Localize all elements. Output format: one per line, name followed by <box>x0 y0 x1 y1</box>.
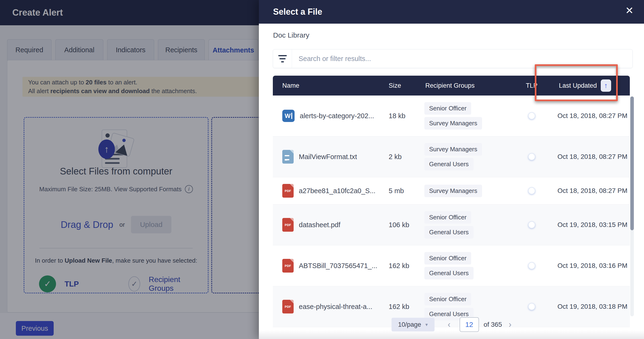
pdf-file-icon: PDF <box>282 259 294 272</box>
page-size-select[interactable]: 10/page ▾ <box>392 318 434 332</box>
file-name: ease-physical-threat-a... <box>299 303 372 311</box>
sort-arrow-icon: ↑ <box>604 82 608 90</box>
recipient-groups: Senior OfficerGeneral Users <box>416 293 514 320</box>
last-updated: Oct 18, 2018, 08:27 PM <box>550 153 630 160</box>
recipient-group-tag: General Users <box>424 267 474 280</box>
column-name[interactable]: Name <box>273 82 379 89</box>
file-name: ABTSBill_7037565471_... <box>299 262 377 270</box>
modal-title: Select a File <box>273 0 322 24</box>
last-updated: Oct 19, 2018, 03:15 PM <box>550 221 630 228</box>
file-table: Name Size Recipient Groups TLP Last Upda… <box>273 76 630 327</box>
search-bar <box>273 49 633 68</box>
scrollbar-thumb[interactable] <box>630 96 634 230</box>
recipient-groups: Survey ManagersGeneral Users <box>416 143 514 170</box>
recipient-group-tag: General Users <box>424 158 474 170</box>
recipient-group-tag: Survey Managers <box>424 117 482 130</box>
sort-ascending-button[interactable]: ↑ <box>601 80 611 92</box>
recipient-groups: Senior OfficerGeneral Users <box>416 252 514 280</box>
file-size: 162 kb <box>379 262 416 270</box>
recipient-groups: Senior OfficerGeneral Users <box>416 211 514 238</box>
table-row[interactable]: Walerts-by-category-202...18 kbSenior Of… <box>273 96 630 136</box>
file-name: datasheet.pdf <box>299 221 340 229</box>
tlp-radio-icon[interactable] <box>528 153 535 160</box>
last-updated: Oct 18, 2018, 08:27 PM <box>550 112 630 120</box>
file-size: 18 kb <box>379 112 416 120</box>
chevron-down-icon: ▾ <box>425 322 428 328</box>
recipient-group-tag: Survey Managers <box>424 185 482 197</box>
tlp-radio-icon[interactable] <box>528 112 535 120</box>
column-tlp[interactable]: TLP <box>514 82 550 89</box>
filter-icon[interactable] <box>273 50 292 68</box>
doc-library-label: Doc Library <box>273 31 309 39</box>
table-row[interactable]: MailViewFormat.txt2 kbSurvey ManagersGen… <box>273 136 630 177</box>
pdf-file-icon: PDF <box>282 300 294 314</box>
table-body: Walerts-by-category-202...18 kbSenior Of… <box>273 96 630 327</box>
recipient-group-tag: Senior Officer <box>424 102 471 115</box>
file-size: 162 kb <box>379 303 416 311</box>
file-size: 2 kb <box>379 153 416 161</box>
file-size: 106 kb <box>379 221 416 229</box>
screen: Create Alert RequiredAdditionalIndicator… <box>0 0 644 339</box>
last-updated: Oct 19, 2018, 03:18 PM <box>550 303 630 310</box>
pdf-file-icon: PDF <box>282 184 294 198</box>
table-scrollbar[interactable] <box>630 96 634 316</box>
recipient-group-tag: Senior Officer <box>424 211 471 224</box>
file-name: alerts-by-category-202... <box>300 112 374 120</box>
tlp-radio-icon[interactable] <box>528 221 535 228</box>
word-file-icon: W <box>282 110 294 122</box>
tlp-radio-icon[interactable] <box>528 187 535 194</box>
table-row[interactable]: PDFABTSBill_7037565471_...162 kbSenior O… <box>273 246 630 286</box>
last-updated: Oct 18, 2018, 08:27 PM <box>550 187 630 194</box>
pagination: 10/page ▾ ‹ of 365 › <box>259 317 644 332</box>
file-name: MailViewFormat.txt <box>299 153 357 161</box>
txt-file-icon <box>282 150 294 164</box>
table-header: Name Size Recipient Groups TLP Last Upda… <box>273 76 630 96</box>
select-file-modal: Select a File ✕ Doc Library Name Size Re… <box>259 0 644 339</box>
close-icon[interactable]: ✕ <box>625 6 634 16</box>
column-last-updated[interactable]: Last Updated ↑ <box>550 80 630 92</box>
tlp-radio-icon[interactable] <box>528 303 535 310</box>
recipient-group-tag: General Users <box>424 226 474 238</box>
previous-page-icon[interactable]: ‹ <box>448 320 450 329</box>
recipient-groups: Survey Managers <box>416 185 514 197</box>
last-updated: Oct 19, 2018, 03:16 PM <box>550 262 630 270</box>
tlp-radio-icon[interactable] <box>528 262 535 269</box>
file-size: 5 mb <box>379 187 416 195</box>
recipient-group-tag: Survey Managers <box>424 143 482 156</box>
column-size[interactable]: Size <box>379 82 416 89</box>
recipient-groups: Senior OfficerSurvey Managers <box>416 102 514 130</box>
table-row[interactable]: PDFdatasheet.pdf106 kbSenior OfficerGene… <box>273 204 630 246</box>
search-input[interactable] <box>292 50 632 68</box>
pdf-file-icon: PDF <box>282 218 294 232</box>
table-row[interactable]: PDFa27bee81_a10fc2a0_S...5 mbSurvey Mana… <box>273 177 630 204</box>
column-recipient-groups[interactable]: Recipient Groups <box>416 82 514 89</box>
next-page-icon[interactable]: › <box>508 320 511 329</box>
recipient-group-tag: Senior Officer <box>424 252 471 264</box>
modal-header: Select a File ✕ <box>259 0 644 24</box>
page-total-label: of 365 <box>484 321 502 328</box>
page-number-input[interactable] <box>460 317 479 332</box>
recipient-group-tag: Senior Officer <box>424 293 471 306</box>
file-name: a27bee81_a10fc2a0_S... <box>299 187 376 195</box>
